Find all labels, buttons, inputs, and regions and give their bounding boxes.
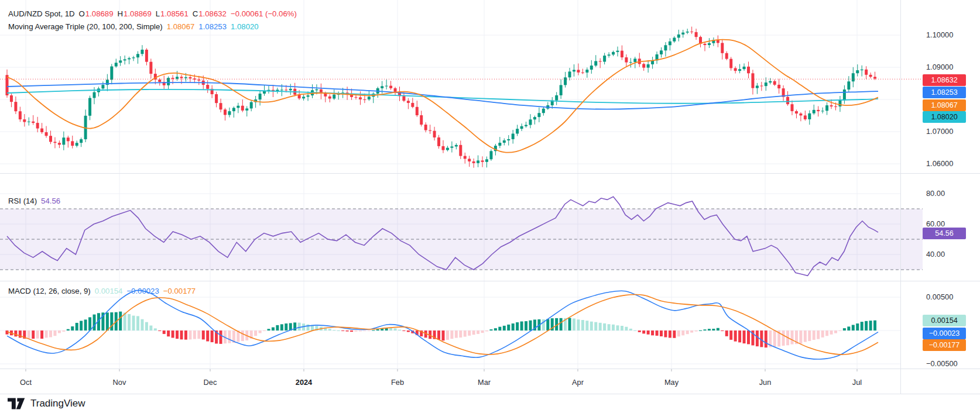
tradingview-branding[interactable]: TradingView bbox=[8, 398, 85, 409]
open-group: O1.08689 bbox=[79, 9, 114, 18]
ma100-value: 1.08253 bbox=[198, 22, 227, 31]
rsi-indicator-title[interactable]: RSI (14) bbox=[8, 197, 37, 205]
macd-hist-badge: 0.00154 bbox=[923, 315, 966, 326]
price-axis-label: 1.10000 bbox=[926, 30, 953, 40]
time-axis-label: Dec bbox=[188, 378, 232, 387]
symbol-title[interactable]: AUD/NZD Spot, 1D bbox=[8, 9, 75, 18]
close-value: 1.08632 bbox=[198, 9, 227, 18]
macd-signal-value: −0.00177 bbox=[163, 287, 196, 295]
price-axis-label: 1.09000 bbox=[926, 63, 953, 72]
close-group: C1.08632 bbox=[193, 9, 227, 18]
tradingview-logo-icon bbox=[8, 398, 26, 409]
high-group: H1.08869 bbox=[118, 9, 152, 18]
rsi-legend: RSI (14) 54.56 bbox=[8, 197, 60, 205]
low-group: L1.08561 bbox=[156, 9, 189, 18]
macd-axis-label: −0.00500 bbox=[926, 359, 958, 369]
rsi-axis-label: 40.00 bbox=[926, 250, 945, 259]
ma200-price-badge: 1.08020 bbox=[923, 111, 966, 123]
tradingview-chart-window: AUD/NZD Spot, 1D O1.08689 H1.08869 L1.08… bbox=[0, 0, 980, 420]
price-chart-canvas[interactable] bbox=[0, 0, 980, 420]
symbol-legend: AUD/NZD Spot, 1D O1.08689 H1.08869 L1.08… bbox=[8, 9, 297, 18]
rsi-axis-label: 80.00 bbox=[926, 189, 945, 198]
low-value: 1.08561 bbox=[160, 9, 189, 18]
macd-line-value: −0.00023 bbox=[126, 287, 159, 295]
time-axis-label: Nov bbox=[97, 378, 142, 387]
time-axis-label: May bbox=[649, 378, 694, 387]
time-axis-label: Jun bbox=[743, 378, 787, 387]
ma-indicator-title[interactable]: Moving Average Triple (20, 100, 200, Sim… bbox=[8, 22, 163, 31]
last-price-badge: 1.08632 bbox=[923, 74, 966, 86]
rsi-value-badge: 54.56 bbox=[923, 228, 966, 239]
time-axis-label: Jul bbox=[835, 378, 879, 387]
price-axis-label: 1.06000 bbox=[926, 159, 953, 168]
macd-axis-label: 0.00500 bbox=[926, 292, 953, 302]
macd-indicator-title[interactable]: MACD (12, 26, close, 9) bbox=[8, 287, 91, 295]
high-value: 1.08869 bbox=[124, 9, 152, 18]
ma-legend: Moving Average Triple (20, 100, 200, Sim… bbox=[8, 22, 259, 31]
ma20-value: 1.08067 bbox=[167, 22, 195, 31]
macd-hist-value: 0.00154 bbox=[95, 287, 123, 295]
ma20-price-badge: 1.08067 bbox=[923, 99, 966, 111]
time-axis-label: Feb bbox=[375, 378, 420, 387]
price-axis-label: 1.07000 bbox=[926, 127, 953, 136]
time-axis-label: Mar bbox=[462, 378, 506, 387]
rsi-value: 54.56 bbox=[41, 197, 60, 205]
macd-signal-badge: −0.00177 bbox=[923, 339, 966, 351]
brand-name: TradingView bbox=[30, 398, 85, 409]
ma100-price-badge: 1.08253 bbox=[923, 87, 966, 98]
macd-legend: MACD (12, 26, close, 9) 0.00154 −0.00023… bbox=[8, 287, 196, 295]
open-value: 1.08689 bbox=[85, 9, 114, 18]
ma200-value: 1.08020 bbox=[231, 22, 259, 31]
change-value: −0.00061 (−0.06%) bbox=[231, 9, 297, 18]
time-axis-label: Apr bbox=[556, 378, 600, 387]
macd-line-badge: −0.00023 bbox=[923, 328, 966, 339]
time-axis-label: 2024 bbox=[282, 378, 326, 387]
time-axis-label: Oct bbox=[4, 378, 48, 387]
